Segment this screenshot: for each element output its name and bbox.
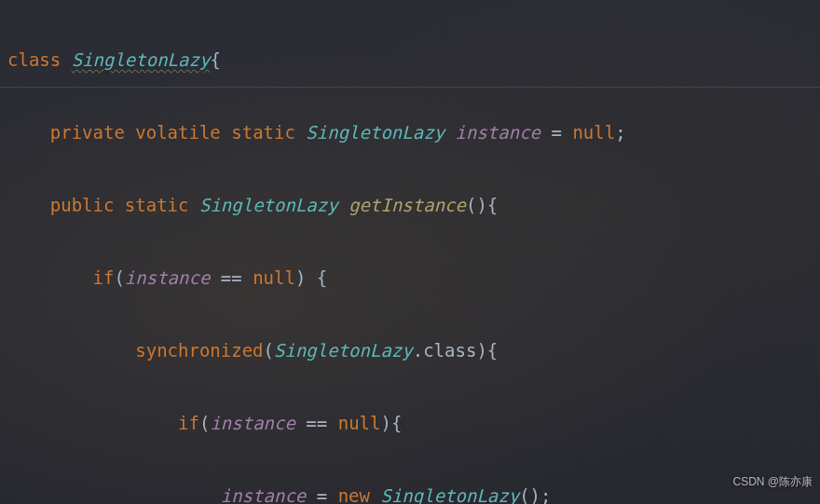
parens: () bbox=[466, 195, 487, 215]
parens: () bbox=[519, 485, 540, 504]
code-line: public static SingletonLazy getInstance(… bbox=[7, 187, 813, 224]
keyword-public: public bbox=[50, 195, 115, 215]
class-name: SingletonLazy bbox=[72, 49, 211, 70]
method-name: getInstance bbox=[348, 195, 466, 215]
code-line: class SingletonLazy{ bbox=[7, 42, 813, 78]
paren-open: ( bbox=[114, 267, 124, 288]
type-ref: SingletonLazy bbox=[306, 122, 444, 143]
field-instance: instance bbox=[456, 122, 541, 143]
keyword-class: class bbox=[7, 49, 61, 70]
literal-null: null bbox=[572, 122, 615, 143]
code-editor: class SingletonLazy{ private volatile st… bbox=[0, 0, 820, 504]
keyword-if: if bbox=[178, 413, 199, 433]
keyword-new: new bbox=[338, 485, 370, 504]
op-assign: = bbox=[317, 485, 327, 504]
field-instance: instance bbox=[221, 485, 307, 504]
keyword-static: static bbox=[231, 122, 295, 143]
brace-open: { bbox=[317, 267, 327, 288]
constructor-call: SingletonLazy bbox=[380, 485, 519, 504]
brace-open: { bbox=[391, 413, 402, 433]
field-instance: instance bbox=[125, 267, 211, 288]
dot-class: .class bbox=[413, 340, 477, 361]
type-ref: SingletonLazy bbox=[199, 195, 338, 215]
keyword-synchronized: synchronized bbox=[135, 340, 263, 361]
field-instance: instance bbox=[210, 413, 295, 433]
op-eqeq: == bbox=[306, 413, 327, 433]
paren-close: ) bbox=[295, 267, 306, 288]
literal-null: null bbox=[253, 267, 295, 288]
op-assign: = bbox=[552, 122, 562, 143]
semicolon: ; bbox=[615, 122, 625, 143]
brace-open: { bbox=[210, 49, 220, 70]
code-line: private volatile static SingletonLazy in… bbox=[7, 115, 813, 151]
keyword-static: static bbox=[125, 195, 189, 215]
watermark-text: CSDN @陈亦康 bbox=[732, 464, 813, 500]
semicolon: ; bbox=[540, 485, 551, 504]
literal-null: null bbox=[338, 413, 381, 433]
paren-close: ) bbox=[380, 413, 390, 433]
paren-open: ( bbox=[199, 413, 210, 433]
code-line: if(instance == null){ bbox=[7, 405, 813, 442]
paren-close: ) bbox=[476, 340, 486, 361]
code-line: instance = new SingletonLazy(); bbox=[7, 478, 813, 504]
keyword-volatile: volatile bbox=[135, 122, 221, 143]
paren-open: ( bbox=[264, 340, 274, 361]
code-line: if(instance == null) { bbox=[7, 260, 813, 296]
keyword-if: if bbox=[93, 267, 115, 288]
brace-open: { bbox=[487, 195, 498, 215]
keyword-private: private bbox=[50, 122, 125, 143]
brace-open: { bbox=[487, 340, 498, 361]
code-line: synchronized(SingletonLazy.class){ bbox=[7, 333, 813, 369]
op-eqeq: == bbox=[221, 267, 242, 288]
type-ref: SingletonLazy bbox=[274, 340, 413, 361]
divider-line bbox=[0, 87, 820, 88]
